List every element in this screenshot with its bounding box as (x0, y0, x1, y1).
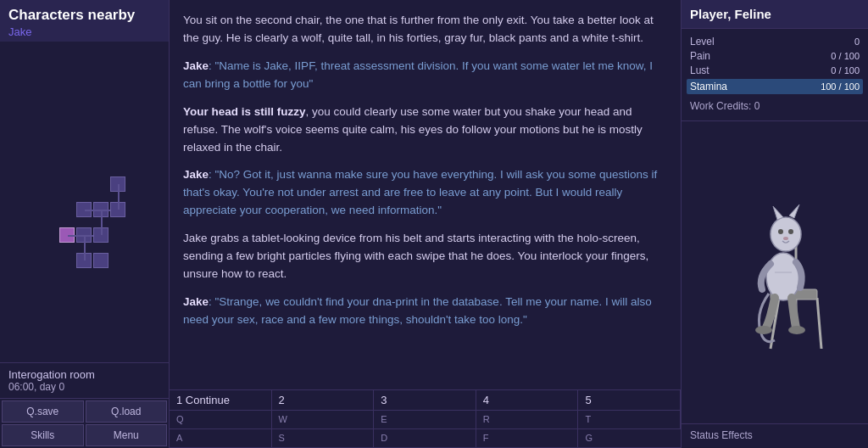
bottom-buttons: Q.save Q.load Skills Menu (0, 398, 169, 448)
right-panel: Player, Feline Level 0 Pain 0 / 100 Lust… (682, 0, 868, 448)
speaker-jake-1: Jake (183, 59, 209, 72)
room-name: Interogation room (8, 368, 160, 381)
stat-lust-value: 0 / 100 (831, 65, 860, 76)
stat-stamina-value: 100 / 100 (821, 81, 860, 92)
qload-button[interactable]: Q.load (86, 400, 168, 423)
svg-point-6 (771, 217, 801, 251)
svg-point-13 (788, 326, 805, 334)
svg-point-12 (755, 326, 772, 334)
shortcut-f: F (476, 429, 579, 448)
stats-area: Level 0 Pain 0 / 100 Lust 0 / 100 Stamin… (682, 29, 868, 121)
shortcut-g: G (578, 429, 681, 448)
story-text: You sit on the second chair, the one tha… (170, 0, 681, 389)
choice-5-num: 5 (585, 394, 591, 406)
choice-5[interactable]: 5 (578, 390, 681, 411)
characters-header: Characters nearby Jake (0, 0, 169, 42)
choice-2[interactable]: 2 (272, 390, 375, 411)
characters-title: Characters nearby (8, 7, 160, 24)
stat-stamina: Stamina 100 / 100 (687, 79, 863, 94)
stat-level-label: Level (690, 36, 741, 48)
shortcut-t: T (578, 411, 681, 429)
stat-level-value: 0 (854, 36, 860, 47)
shortcut-s: S (272, 429, 375, 448)
map-node (93, 253, 108, 268)
jake-link[interactable]: Jake (8, 25, 160, 38)
choice-3[interactable]: 3 (374, 390, 476, 411)
shortcut-e: E (374, 411, 476, 429)
player-name: Player, Feline (690, 7, 860, 21)
stat-pain-label: Pain (690, 50, 741, 62)
map-line (84, 235, 86, 260)
choice-2-num: 2 (279, 394, 285, 406)
paragraph-3: Your head is still fuzzy, you could clea… (183, 104, 667, 157)
choice-1[interactable]: 1 Continue (170, 390, 272, 411)
map-line (68, 235, 93, 237)
speaker-jake-2: Jake (183, 168, 209, 181)
time-label: 06:00, day 0 (8, 381, 160, 393)
qsave-button[interactable]: Q.save (2, 400, 84, 423)
svg-marker-7 (773, 206, 783, 220)
character-sprite (720, 188, 830, 357)
map-grid (34, 151, 136, 253)
paragraph-1: You sit on the second chair, the one tha… (183, 12, 667, 48)
player-header: Player, Feline (682, 0, 868, 29)
svg-point-11 (783, 237, 788, 240)
jake-dialog-1: : "Name is Jake, IIPF, threat assessment… (183, 59, 653, 90)
choice-1-label: Continue (186, 394, 230, 406)
speaker-jake-3: Jake (183, 295, 209, 308)
room-info: Interogation room 06:00, day 0 (0, 362, 169, 398)
choice-4[interactable]: 4 (476, 390, 579, 411)
shortcut-q: Q (170, 411, 272, 429)
stat-lust: Lust 0 / 100 (690, 64, 860, 76)
svg-line-3 (817, 298, 821, 349)
paragraph-2: Jake: "Name is Jake, IIPF, threat assess… (183, 58, 667, 93)
stat-pain-value: 0 / 100 (831, 51, 860, 61)
paragraph-4: Jake: "No? Got it, just wanna make sure … (183, 166, 667, 220)
svg-point-9 (778, 229, 783, 234)
shortcut-w: W (272, 411, 375, 429)
shortcut-r: R (476, 411, 579, 429)
choice-4-num: 4 (483, 394, 489, 406)
status-effects: Status Effects (682, 423, 868, 448)
paragraph-5: Jake grabs a tablet-looking device from … (183, 230, 667, 283)
paragraph-6: Jake: "Strange, we couldn't find your dn… (183, 294, 667, 329)
work-credits: Work Credits: 0 (690, 97, 860, 114)
center-panel: You sit on the second chair, the one tha… (170, 0, 682, 448)
jake-dialog-3: : "Strange, we couldn't find your dna-pr… (183, 295, 652, 326)
stat-pain: Pain 0 / 100 (690, 50, 860, 62)
stat-level: Level 0 (690, 36, 860, 48)
skills-button[interactable]: Skills (2, 424, 84, 446)
jake-dialog-2: : "No? Got it, just wanna make sure you … (183, 168, 657, 216)
shortcut-d: D (374, 429, 476, 448)
choice-1-num: 1 (176, 394, 182, 406)
map-line (85, 210, 110, 211)
bold-fuzzy: Your head is still fuzzy (183, 105, 306, 118)
stat-stamina-label: Stamina (690, 81, 741, 92)
map-line (101, 210, 103, 235)
menu-button[interactable]: Menu (86, 424, 168, 446)
svg-marker-8 (789, 204, 799, 218)
svg-point-10 (788, 229, 793, 234)
shortcut-a: A (170, 429, 272, 448)
map-line (118, 184, 120, 210)
character-art (682, 121, 868, 423)
map-area (0, 42, 169, 362)
left-panel: Characters nearby Jake Inter (0, 0, 170, 448)
choices-area: 1 Continue 2 3 4 5 Q W E R T A S D F G (170, 389, 681, 448)
stat-lust-label: Lust (690, 64, 741, 76)
choice-3-num: 3 (381, 394, 387, 406)
